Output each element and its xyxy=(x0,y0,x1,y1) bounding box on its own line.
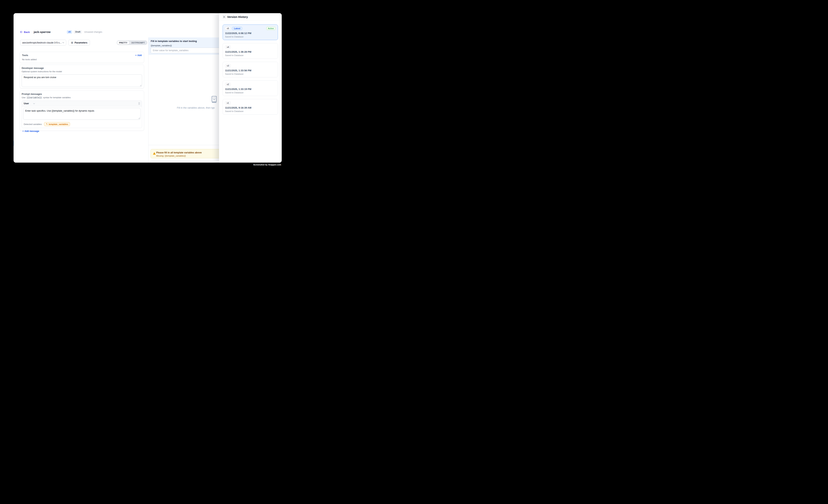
template-variable-pill[interactable]: ✎ template_variables xyxy=(44,122,70,126)
gear-icon: ⚙ xyxy=(71,41,73,44)
template-variables-panel-title: Fill in template variables to start test… xyxy=(151,40,197,43)
prompt-message-block: User Enter task specifics. Use {{templat… xyxy=(22,100,142,128)
add-tool-label: Add xyxy=(137,54,142,57)
message-textarea-wrap: Enter task specifics. Use {{template_var… xyxy=(23,108,140,120)
variable-pill-label: template_variables xyxy=(49,123,68,125)
left-edge-drawer-handle[interactable] xyxy=(13,141,14,146)
add-message-button[interactable]: + Add message xyxy=(23,130,39,132)
drag-dots-icon xyxy=(138,102,140,105)
developer-message-textarea[interactable]: Respond as you are tom cruise xyxy=(22,74,142,87)
column-divider xyxy=(148,37,149,163)
role-dropdown[interactable]: User xyxy=(24,102,35,105)
template-variable-name: {{template_variables}} xyxy=(151,44,172,47)
version-badges-row: v3 xyxy=(225,64,276,68)
developer-message-subtitle: Optional system instructions for the mod… xyxy=(22,70,142,73)
version-status: Saved to Database xyxy=(225,91,276,94)
version-badges-row: v1 xyxy=(225,101,276,104)
add-tool-button[interactable]: +Add xyxy=(135,54,142,57)
message-role-header: User xyxy=(22,101,142,107)
version-timestamp: 11/21/2025, 1:33:19 PM xyxy=(225,88,276,90)
prompt-messages-subtitle: Use {{variable}} syntax for template var… xyxy=(22,96,142,99)
version-tag: v3 xyxy=(225,64,231,68)
version-badge: v5 xyxy=(67,30,72,34)
format-toggle: PRETTY DOTPROMPT xyxy=(117,40,147,45)
parameters-button[interactable]: ⚙ Parameters xyxy=(68,40,90,46)
tools-title: Tools xyxy=(22,54,28,57)
add-message-label: Add message xyxy=(25,130,39,132)
unsaved-changes-text: Unsaved changes xyxy=(84,31,102,33)
tools-empty-text: No tools added xyxy=(22,58,142,60)
warning-detail: Missing: {{template_variables}} xyxy=(156,155,186,157)
user-message-textarea[interactable]: Enter task specifics. Use {{template_var… xyxy=(23,108,140,120)
version-timestamp: 11/21/2025, 9:16:39 AM xyxy=(225,106,276,109)
tools-card-header: Tools +Add xyxy=(22,54,142,57)
subtitle-suffix: syntax for template variables xyxy=(43,96,71,99)
document-header: Back jack-sparrow v5 Draft Unsaved chang… xyxy=(20,30,102,34)
version-tag: v1 xyxy=(225,101,231,104)
version-timestamp: 11/21/2025, 1:33:56 PM xyxy=(225,69,276,72)
warning-title: Please fill in all template variables ab… xyxy=(156,151,202,154)
version-card-v3[interactable]: v3 11/21/2025, 1:33:56 PM Saved to Datab… xyxy=(222,62,278,77)
chevron-down-icon xyxy=(33,103,35,104)
detected-variables-label: Detected variables: xyxy=(24,123,42,125)
role-value: User xyxy=(24,102,29,105)
warning-triangle-icon xyxy=(153,152,156,155)
version-history-panel: Version History v5 Latest Active 11/22/2… xyxy=(219,13,282,163)
back-arrow-icon xyxy=(20,31,23,33)
version-card-v4[interactable]: v4 11/21/2025, 1:36:28 PM Saved to Datab… xyxy=(222,43,278,59)
latest-badge: Latest xyxy=(232,27,242,30)
developer-message-wrap: Respond as you are tom cruise xyxy=(22,74,142,87)
empty-state-text: Fill in the variables above, then typ xyxy=(177,106,214,109)
close-button[interactable] xyxy=(223,15,225,18)
screenshot-page: Back jack-sparrow v5 Draft Unsaved chang… xyxy=(0,0,294,179)
version-badges-row: v4 xyxy=(225,45,276,49)
toggle-pretty[interactable]: PRETTY xyxy=(117,41,129,44)
developer-message-card: Developer message Optional system instru… xyxy=(19,65,144,88)
version-tag: v4 xyxy=(225,45,231,49)
drag-handle[interactable] xyxy=(138,102,140,105)
active-badge: Active xyxy=(266,27,276,30)
page-title: jack-sparrow xyxy=(34,31,50,34)
version-card-v2[interactable]: v2 11/21/2025, 1:33:19 PM Saved to Datab… xyxy=(222,80,278,96)
variable-syntax-code: {{variable}} xyxy=(26,96,43,99)
version-status: Saved to Database xyxy=(225,36,276,38)
pencil-icon: ✎ xyxy=(46,123,48,125)
version-card-v1[interactable]: v1 11/21/2025, 9:16:39 AM Saved to Datab… xyxy=(222,99,278,115)
parameters-label: Parameters xyxy=(75,41,87,44)
watermark-text: Screenshot by Xnapper.com xyxy=(253,164,281,166)
plus-icon: + xyxy=(23,130,24,132)
version-history-title: Version History xyxy=(227,15,248,18)
message-body: Enter task specifics. Use {{template_var… xyxy=(22,107,142,121)
model-selector[interactable]: aws/anthropic/bedrock-claude-3-5-s... xyxy=(20,40,66,46)
app-window: Back jack-sparrow v5 Draft Unsaved chang… xyxy=(13,13,282,163)
robot-face-icon xyxy=(211,96,217,103)
back-label: Back xyxy=(24,31,30,34)
close-icon xyxy=(223,15,225,18)
tools-card: Tools +Add No tools added xyxy=(19,52,144,63)
plus-icon: + xyxy=(135,54,137,57)
version-timestamp: 11/21/2025, 1:36:28 PM xyxy=(225,50,276,53)
version-tag: v5 xyxy=(225,27,231,30)
chevron-down-icon xyxy=(62,42,64,43)
version-history-list: v5 Latest Active 11/22/2025, 6:08:12 PM … xyxy=(219,21,282,115)
version-status: Saved to Database xyxy=(225,73,276,75)
version-card-v5[interactable]: v5 Latest Active 11/22/2025, 6:08:12 PM … xyxy=(222,25,278,40)
version-badges-row: v2 xyxy=(225,83,276,86)
model-selector-value: aws/anthropic/bedrock-claude-3-5-s... xyxy=(22,41,62,44)
version-tag: v2 xyxy=(225,83,231,86)
toggle-dotprompt[interactable]: DOTPROMPT xyxy=(129,41,147,44)
detected-variables-row: Detected variables: ✎ template_variables xyxy=(22,121,142,128)
version-badges-row: v5 Latest Active xyxy=(225,27,276,30)
version-timestamp: 11/22/2025, 6:08:12 PM xyxy=(225,32,276,35)
version-status: Saved to Database xyxy=(225,110,276,112)
subtitle-prefix: Use xyxy=(22,96,26,99)
back-button[interactable]: Back xyxy=(20,31,30,34)
draft-badge: Draft xyxy=(74,30,82,34)
developer-message-title: Developer message xyxy=(22,67,142,70)
prompt-messages-title: Prompt messages xyxy=(22,93,142,95)
version-status: Saved to Database xyxy=(225,54,276,56)
version-history-header: Version History xyxy=(219,13,282,21)
prompt-messages-card: Prompt messages Use {{variable}} syntax … xyxy=(19,90,144,131)
